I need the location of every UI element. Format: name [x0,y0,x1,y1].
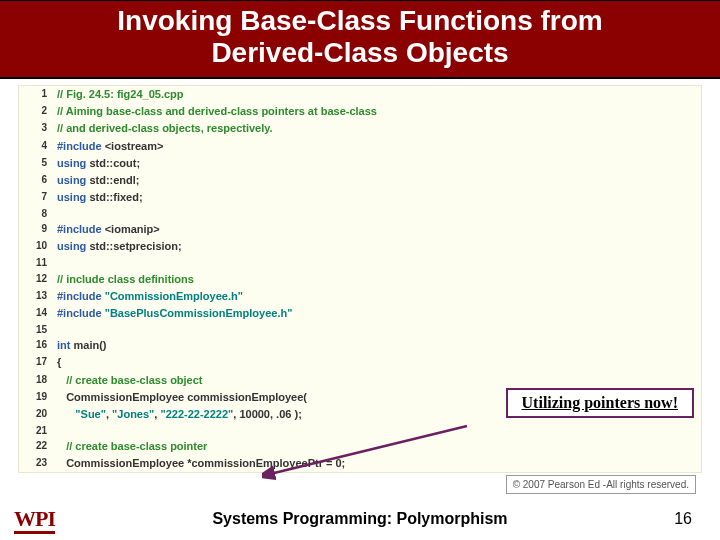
code-line: 16int main() [19,337,701,354]
line-number: 14 [19,305,57,322]
code-line: 10using std::setprecision; [19,238,701,255]
line-number: 15 [19,322,57,338]
code-line: 22 // create base-class pointer [19,438,701,455]
code-text: using std::cout; [57,155,701,172]
line-number: 20 [19,406,57,423]
code-text [57,322,701,338]
callout-text: Utilizing pointers now! [522,394,678,411]
slide-title-bar: Invoking Base-Class Functions from Deriv… [0,0,720,79]
code-line: 8 [19,206,701,222]
code-line: 9#include <iomanip> [19,221,701,238]
code-line: 1// Fig. 24.5: fig24_05.cpp [19,86,701,103]
code-line: 17{ [19,354,701,371]
callout-box: Utilizing pointers now! [506,388,694,418]
code-line: 6using std::endl; [19,172,701,189]
code-text: { [57,354,701,371]
line-number: 17 [19,354,57,371]
line-number: 12 [19,271,57,288]
code-text: // create base-class object [57,372,701,389]
line-number: 1 [19,86,57,103]
code-text: int main() [57,337,701,354]
line-number: 21 [19,423,57,439]
code-text: using std::setprecision; [57,238,701,255]
code-line: 5using std::cout; [19,155,701,172]
copyright-badge: © 2007 Pearson Ed -All rights reserved. [506,475,696,494]
code-line: 21 [19,423,701,439]
code-line: 2// Aiming base-class and derived-class … [19,103,701,120]
code-line: 18 // create base-class object [19,372,701,389]
code-line: 7using std::fixed; [19,189,701,206]
title-line-1: Invoking Base-Class Functions from [117,5,602,36]
page-number: 16 [674,510,692,528]
code-text: // Fig. 24.5: fig24_05.cpp [57,86,701,103]
code-text: // Aiming base-class and derived-class p… [57,103,701,120]
line-number: 19 [19,389,57,406]
code-text [57,206,701,222]
line-number: 2 [19,103,57,120]
line-number: 10 [19,238,57,255]
code-line: 3// and derived-class objects, respectiv… [19,120,701,137]
code-line: 23 CommissionEmployee *commissionEmploye… [19,455,701,472]
code-text: using std::fixed; [57,189,701,206]
code-line: 4#include <iostream> [19,138,701,155]
code-text: // and derived-class objects, respective… [57,120,701,137]
line-number: 23 [19,455,57,472]
line-number: 4 [19,138,57,155]
code-line: 12// include class definitions [19,271,701,288]
code-text: #include <iostream> [57,138,701,155]
code-line: 15 [19,322,701,338]
code-text: #include <iomanip> [57,221,701,238]
code-line: 14#include "BasePlusCommissionEmployee.h… [19,305,701,322]
line-number: 11 [19,255,57,271]
line-number: 6 [19,172,57,189]
line-number: 3 [19,120,57,137]
code-text: // create base-class pointer [57,438,701,455]
code-text: #include "CommissionEmployee.h" [57,288,701,305]
line-number: 5 [19,155,57,172]
code-text [57,423,701,439]
code-text: CommissionEmployee *commissionEmployeePt… [57,455,701,472]
line-number: 8 [19,206,57,222]
footer-caption: Systems Programming: Polymorphism [0,510,720,528]
line-number: 13 [19,288,57,305]
line-number: 18 [19,372,57,389]
title-line-2: Derived-Class Objects [211,37,508,68]
code-line: 11 [19,255,701,271]
code-text: #include "BasePlusCommissionEmployee.h" [57,305,701,322]
code-line: 13#include "CommissionEmployee.h" [19,288,701,305]
code-text [57,255,701,271]
slide-title: Invoking Base-Class Functions from Deriv… [10,5,710,69]
line-number: 7 [19,189,57,206]
line-number: 22 [19,438,57,455]
line-number: 16 [19,337,57,354]
code-text: // include class definitions [57,271,701,288]
code-text: using std::endl; [57,172,701,189]
line-number: 9 [19,221,57,238]
